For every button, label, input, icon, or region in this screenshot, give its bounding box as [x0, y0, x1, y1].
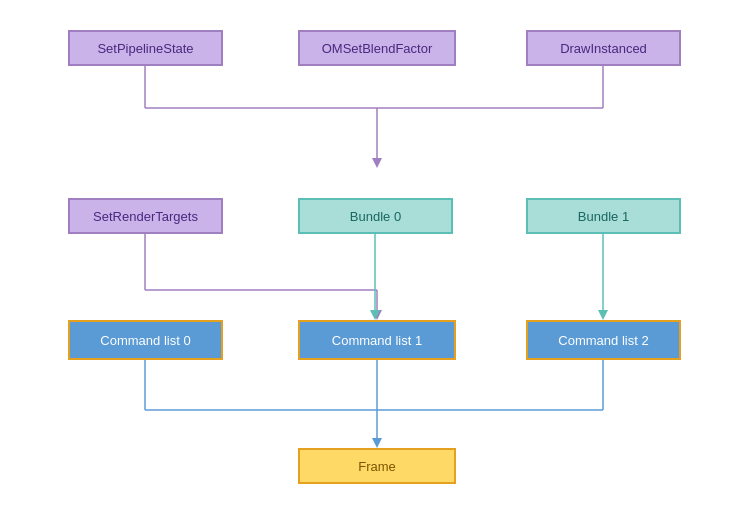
- svg-marker-8: [372, 310, 382, 320]
- set-render-targets-node: SetRenderTargets: [68, 198, 223, 234]
- command-list-2-node: Command list 2: [526, 320, 681, 360]
- svg-marker-10: [370, 310, 380, 320]
- bundle-1-node: Bundle 1: [526, 198, 681, 234]
- diagram: SetPipelineState OMSetBlendFactor DrawIn…: [0, 0, 752, 528]
- om-set-blend-factor-node: OMSetBlendFactor: [298, 30, 456, 66]
- bundle-0-node: Bundle 0: [298, 198, 453, 234]
- frame-node: Frame: [298, 448, 456, 484]
- command-list-0-node: Command list 0: [68, 320, 223, 360]
- draw-instanced-node: DrawInstanced: [526, 30, 681, 66]
- svg-marker-4: [372, 158, 382, 168]
- set-pipeline-state-node: SetPipelineState: [68, 30, 223, 66]
- svg-marker-12: [598, 310, 608, 320]
- svg-marker-17: [372, 438, 382, 448]
- command-list-1-node: Command list 1: [298, 320, 456, 360]
